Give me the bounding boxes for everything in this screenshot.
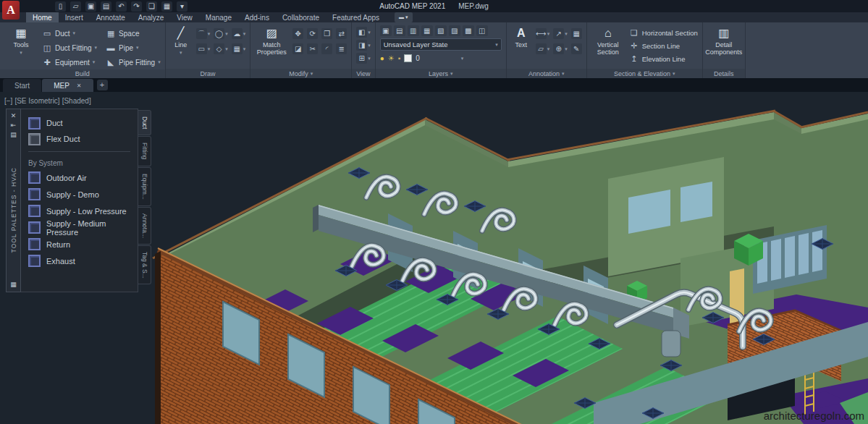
annotation-tool-button[interactable]: ↗ ▾ <box>553 28 568 39</box>
section-item-button[interactable]: ❏ Horizontal Section <box>629 27 698 38</box>
modify-tool-button[interactable]: ◪ <box>292 43 303 54</box>
layer-properties-icon[interactable]: ▣ <box>380 25 392 36</box>
modify-tool-button[interactable]: ✥ <box>292 28 303 39</box>
chevron-down-icon[interactable]: ▾ <box>461 56 464 62</box>
ribbon-options-button[interactable]: ▬ ▾ <box>395 12 412 22</box>
layer-isolate-icon[interactable]: ▥ <box>408 25 419 36</box>
layer-on-icon[interactable]: ● <box>380 54 384 63</box>
annotation-tool-button[interactable]: ▦ <box>571 28 582 39</box>
palette-tool[interactable]: Supply - Low Pressure <box>28 203 138 219</box>
palette-tab[interactable]: Equipm... <box>138 167 151 206</box>
modify-tool-button[interactable]: ✂ <box>307 43 318 54</box>
layer-thaw-icon[interactable]: ☀ <box>388 54 395 63</box>
build-item-button[interactable]: ▭ Duct ▾ <box>42 26 97 41</box>
palette-tool[interactable]: Exhaust <box>28 253 138 269</box>
detail-components-button[interactable]: ▥ Detail Components <box>707 25 741 56</box>
ribbon-tab[interactable]: Add-ins <box>238 12 276 22</box>
workspace-caret-icon[interactable]: ▾ <box>177 1 187 12</box>
draw-tool-button[interactable]: ☁ ▾ <box>232 28 246 39</box>
ribbon-tab[interactable]: Manage <box>199 12 238 22</box>
draw-tool-button[interactable]: ▦ ▾ <box>232 43 246 54</box>
build-item-button[interactable]: ◫ Duct Fitting ▾ <box>42 41 97 55</box>
panel-label-build[interactable]: Build <box>0 69 165 78</box>
autocad-logo[interactable]: A <box>2 1 20 20</box>
view-tool-button[interactable]: ⊞ ▾ <box>356 53 371 64</box>
file-tab[interactable]: MEP ✕ <box>42 79 93 92</box>
save-icon[interactable]: ▣ <box>85 1 96 12</box>
modify-tool-button[interactable]: ◜ <box>321 43 332 54</box>
draw-tool-button[interactable]: ▭ ▾ <box>196 43 211 54</box>
ribbon-tab[interactable]: Collaborate <box>276 12 326 22</box>
layer-previous-icon[interactable]: ▩ <box>463 25 474 36</box>
ribbon-tab[interactable]: Annotate <box>90 12 132 22</box>
new-tab-button[interactable]: + <box>97 80 108 90</box>
annotation-tool-button[interactable]: ⊕ ▾ <box>553 43 568 54</box>
annotation-tool-button[interactable]: ⟷ ▾ <box>536 28 550 39</box>
line-button[interactable]: ╱ Line ▾ <box>170 25 192 56</box>
palette-tool[interactable]: Flex Duct <box>28 131 138 147</box>
panel-label-view[interactable]: View <box>352 69 375 78</box>
layer-walk-icon[interactable]: ◫ <box>476 25 488 36</box>
layer-off-icon[interactable]: ▤ <box>394 25 405 36</box>
close-icon[interactable]: ✕ <box>77 82 82 89</box>
plot-icon[interactable]: ▤ <box>101 1 111 12</box>
vertical-section-button[interactable]: ⌂ Vertical Section <box>591 25 625 56</box>
modify-tool-button[interactable]: ≣ <box>336 43 347 54</box>
tool-palette-titlebar[interactable]: ✕⇤▤ TOOL PALETTES - HVAC ▦ <box>6 109 21 292</box>
match-properties-button[interactable]: ▨ Match Properties <box>255 25 288 56</box>
modify-tool-button[interactable]: ⇄ <box>336 28 347 39</box>
panel-label-details[interactable]: Details <box>703 69 745 78</box>
open-file-icon[interactable]: ▱ <box>70 1 81 12</box>
panel-label-draw[interactable]: Draw <box>166 69 250 78</box>
ribbon-tab[interactable]: Analyze <box>132 12 171 22</box>
ribbon-tab[interactable]: Home <box>26 12 59 22</box>
palette-tool[interactable]: Return <box>28 236 138 253</box>
build-item-button[interactable]: ▦ Space <box>106 26 161 41</box>
section-item-button[interactable]: ↥ Elevation Line <box>629 54 698 64</box>
palette-close-icon[interactable]: ✕ <box>11 111 17 121</box>
layer-freeze-icon[interactable]: ▦ <box>421 25 433 36</box>
layer-match-icon[interactable]: ▨ <box>449 25 460 36</box>
modify-tool-button[interactable]: ⟳ <box>307 28 318 39</box>
draw-tool-button[interactable]: ◯ ▾ <box>214 28 228 39</box>
view-control[interactable]: [SE Isometric] <box>14 97 59 105</box>
annotation-tool-button[interactable]: ✎ <box>571 43 582 54</box>
palette-tab[interactable]: Duct <box>138 110 151 135</box>
palette-tab[interactable]: Tag & S... <box>138 245 151 285</box>
layer-state-dropdown[interactable]: Unsaved Layer State ▾ <box>380 38 502 51</box>
viewport-menu-control[interactable]: [−] <box>4 97 12 105</box>
section-item-button[interactable]: ✛ Section Line <box>629 41 698 51</box>
panel-label-layers[interactable]: Layers▾ <box>376 69 506 78</box>
build-item-button[interactable]: ◣ Pipe Fitting ▾ <box>106 55 161 69</box>
palette-autohide-icon[interactable]: ⇤ <box>11 121 17 130</box>
layer-unlock-icon[interactable]: ▪ <box>398 54 401 63</box>
palette-tool[interactable]: Supply - Demo <box>28 186 138 203</box>
layer-lock-icon[interactable]: ▧ <box>435 25 447 36</box>
view-tool-button[interactable]: ◨ ▾ <box>356 40 371 51</box>
annotation-tool-button[interactable]: ▱ ▾ <box>536 43 550 54</box>
panel-label-annotation[interactable]: Annotation▾ <box>507 69 586 78</box>
file-tab[interactable]: Start <box>3 79 41 92</box>
visual-style-control[interactable]: [Shaded] <box>62 97 91 105</box>
build-item-button[interactable]: ▬ Pipe ▾ <box>106 41 161 55</box>
modify-tool-button[interactable]: ❐ <box>321 28 332 39</box>
draw-tool-button[interactable]: ◇ ▾ <box>214 43 228 54</box>
draw-tool-button[interactable]: ⌒ ▾ <box>196 28 211 39</box>
tools-button[interactable]: ▦ Tools ▾ <box>4 25 38 56</box>
new-file-icon[interactable]: ▯ <box>55 1 66 12</box>
text-button[interactable]: A Text <box>511 25 531 48</box>
layer-color-swatch[interactable] <box>404 54 412 62</box>
sheet-set-icon[interactable]: ❏ <box>146 1 157 12</box>
palette-tool[interactable]: Outdoor Air <box>28 169 138 186</box>
layout-icon[interactable]: ▦ <box>161 1 172 12</box>
palette-menu-icon[interactable]: ▦ <box>10 280 17 289</box>
view-tool-button[interactable]: ◧ ▾ <box>356 27 371 38</box>
undo-icon[interactable]: ↶ <box>116 1 127 12</box>
palette-tab[interactable]: Fitting <box>138 136 151 166</box>
palette-tab[interactable]: Annota... <box>138 207 151 245</box>
build-item-button[interactable]: ✚ Equipment ▾ <box>42 55 97 69</box>
drawing-viewport[interactable]: [−] [SE Isometric] [Shaded] <box>0 92 868 424</box>
palette-tool[interactable]: Supply - Medium Pressure <box>28 219 138 236</box>
redo-icon[interactable]: ↷ <box>131 1 142 12</box>
panel-label-section[interactable]: Section & Elevation▾ <box>587 69 702 78</box>
